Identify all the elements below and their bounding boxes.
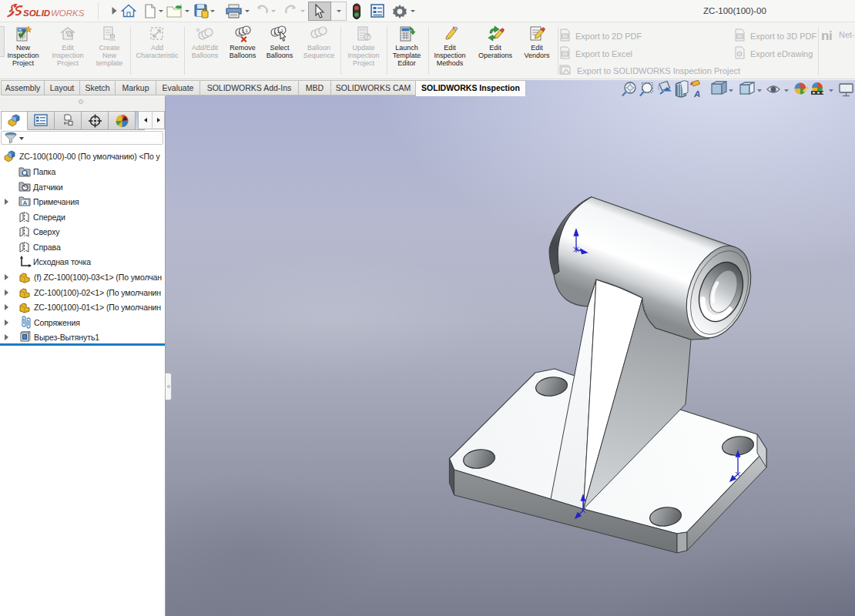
svg-text:SOLID: SOLID — [23, 8, 50, 18]
svg-text:A: A — [23, 199, 28, 206]
svg-text:WORKS: WORKS — [51, 8, 85, 18]
